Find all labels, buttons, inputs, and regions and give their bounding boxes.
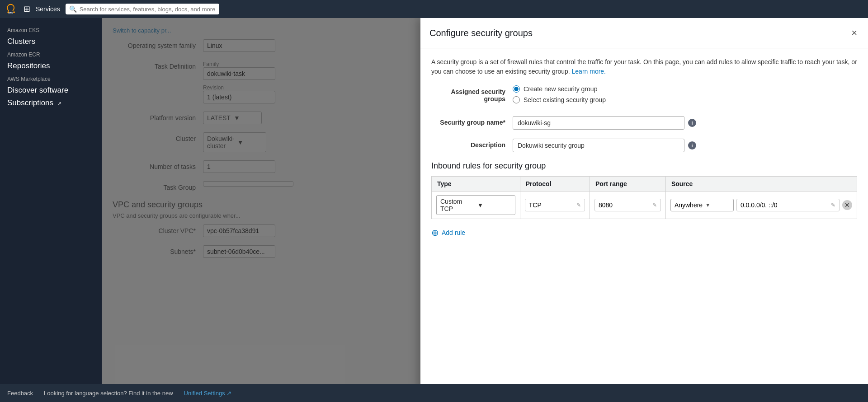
add-rule-button[interactable]: ⊕ Add rule bbox=[431, 225, 465, 240]
description-content: i bbox=[513, 139, 857, 152]
sidebar-section-marketplace: AWS Marketplace Discover software Subscr… bbox=[0, 72, 102, 109]
aws-logo: aws bbox=[5, 3, 18, 15]
unified-settings-label: Unified Settings bbox=[184, 390, 225, 397]
select-existing-radio[interactable] bbox=[513, 96, 520, 103]
sidebar-item-subscriptions[interactable]: Subscriptions ↗ bbox=[0, 97, 102, 109]
create-new-security-group-option[interactable]: Create new security group bbox=[513, 85, 857, 93]
type-value: Custom TCP bbox=[440, 198, 474, 212]
remove-rule-button[interactable]: ✕ bbox=[842, 200, 852, 210]
sidebar-section-ecr: Amazon ECR Repositories bbox=[0, 48, 102, 72]
modal-description: A security group is a set of firewall ru… bbox=[431, 57, 857, 76]
sidebar-section-eks: Amazon EKS Clusters bbox=[0, 23, 102, 48]
configure-security-groups-modal: Configure security groups × A security g… bbox=[420, 18, 868, 402]
modal-close-button[interactable]: × bbox=[849, 25, 859, 41]
source-select-value: Anywhere bbox=[675, 201, 703, 209]
assigned-security-groups-row: Assigned security groups Create new secu… bbox=[431, 85, 857, 107]
select-existing-security-group-option[interactable]: Select existing security group bbox=[513, 96, 857, 103]
external-link-icon: ↗ bbox=[57, 101, 61, 106]
protocol-value: TCP bbox=[529, 201, 542, 209]
source-value-text: 0.0.0.0/0, ::/0 bbox=[741, 201, 778, 209]
table-row: Custom TCP ▼ TCP ✎ bbox=[432, 192, 857, 219]
looking-for-text: Looking for language selection? Find it … bbox=[44, 390, 173, 397]
description-row: Description i bbox=[431, 139, 857, 152]
assigned-security-groups-content: Create new security group Select existin… bbox=[513, 85, 857, 107]
inbound-rules-table: Type Protocol Port range Source Custom T… bbox=[431, 176, 857, 219]
source-header: Source bbox=[665, 177, 857, 192]
protocol-edit-icon[interactable]: ✎ bbox=[576, 202, 581, 208]
type-cell: Custom TCP ▼ bbox=[432, 192, 520, 219]
port-range-header: Port range bbox=[590, 177, 665, 192]
port-range-input[interactable]: 8080 ✎ bbox=[594, 199, 661, 211]
table-header-row: Type Protocol Port range Source bbox=[432, 177, 857, 192]
bottom-bar: Feedback Looking for language selection?… bbox=[0, 384, 868, 402]
protocol-header: Protocol bbox=[520, 177, 590, 192]
inbound-rules-title: Inbound rules for security group bbox=[431, 161, 857, 171]
subscriptions-label: Subscriptions bbox=[7, 98, 53, 107]
security-group-name-label: Security group name* bbox=[431, 116, 513, 126]
sidebar-section-title-marketplace: AWS Marketplace bbox=[0, 72, 102, 84]
port-range-cell: 8080 ✎ bbox=[590, 192, 665, 219]
security-group-name-row: Security group name* i bbox=[431, 116, 857, 130]
type-select[interactable]: Custom TCP ▼ bbox=[436, 195, 515, 215]
description-input[interactable] bbox=[513, 139, 684, 152]
protocol-input[interactable]: TCP ✎ bbox=[525, 199, 585, 211]
search-input[interactable] bbox=[80, 6, 216, 13]
security-group-name-input[interactable] bbox=[513, 116, 684, 130]
modal-header: Configure security groups × bbox=[420, 18, 868, 48]
type-header: Type bbox=[432, 177, 520, 192]
port-range-value: 8080 bbox=[599, 201, 613, 209]
external-link-icon-bottom: ↗ bbox=[226, 390, 231, 397]
search-bar[interactable]: 🔍 bbox=[66, 4, 219, 14]
sidebar-section-title-ecr: Amazon ECR bbox=[0, 48, 102, 60]
learn-more-link[interactable]: Learn more. bbox=[572, 68, 606, 75]
sidebar: Amazon EKS Clusters Amazon ECR Repositor… bbox=[0, 18, 102, 402]
source-value-input[interactable]: 0.0.0.0/0, ::/0 ✎ bbox=[736, 199, 840, 211]
port-range-edit-icon[interactable]: ✎ bbox=[652, 202, 657, 208]
services-label: Services bbox=[36, 5, 60, 13]
security-group-name-content: i bbox=[513, 116, 857, 130]
select-existing-label: Select existing security group bbox=[524, 96, 606, 103]
content-area: Switch to capacity pr... Operating syste… bbox=[102, 18, 868, 402]
source-value-edit-icon[interactable]: ✎ bbox=[831, 202, 835, 208]
modal-title: Configure security groups bbox=[429, 28, 533, 38]
sidebar-item-clusters[interactable]: Clusters bbox=[0, 35, 102, 48]
top-nav: aws ⊞ Services 🔍 bbox=[0, 0, 868, 18]
sidebar-item-repositories[interactable]: Repositories bbox=[0, 60, 102, 72]
create-new-radio[interactable] bbox=[513, 85, 520, 93]
unified-settings-link[interactable]: Unified Settings ↗ bbox=[184, 390, 232, 397]
svg-text:aws: aws bbox=[9, 11, 13, 14]
add-rule-label: Add rule bbox=[442, 229, 465, 236]
modal-body: A security group is a set of firewall ru… bbox=[420, 48, 868, 393]
services-button[interactable]: Services bbox=[36, 5, 60, 13]
type-arrow-icon: ▼ bbox=[477, 201, 511, 209]
description-label: Description bbox=[431, 139, 513, 149]
source-cell: Anywhere ▼ 0.0.0.0/0, ::/0 ✎ ✕ bbox=[665, 192, 857, 219]
source-content: Anywhere ▼ 0.0.0.0/0, ::/0 ✎ ✕ bbox=[670, 199, 852, 211]
add-rule-icon: ⊕ bbox=[431, 227, 439, 238]
modal-description-text: A security group is a set of firewall ru… bbox=[431, 58, 857, 75]
search-icon: 🔍 bbox=[69, 5, 77, 13]
protocol-cell: TCP ✎ bbox=[520, 192, 590, 219]
description-info-icon[interactable]: i bbox=[688, 141, 696, 150]
create-new-label: Create new security group bbox=[524, 85, 597, 93]
sidebar-item-discover-software[interactable]: Discover software bbox=[0, 84, 102, 97]
assigned-security-groups-label: Assigned security groups bbox=[431, 85, 513, 103]
source-arrow-icon: ▼ bbox=[705, 202, 710, 208]
feedback-link[interactable]: Feedback bbox=[7, 390, 33, 397]
security-group-name-info-icon[interactable]: i bbox=[688, 119, 696, 127]
sidebar-section-title-eks: Amazon EKS bbox=[0, 23, 102, 35]
grid-icon[interactable]: ⊞ bbox=[24, 4, 30, 14]
source-select[interactable]: Anywhere ▼ bbox=[670, 199, 734, 211]
